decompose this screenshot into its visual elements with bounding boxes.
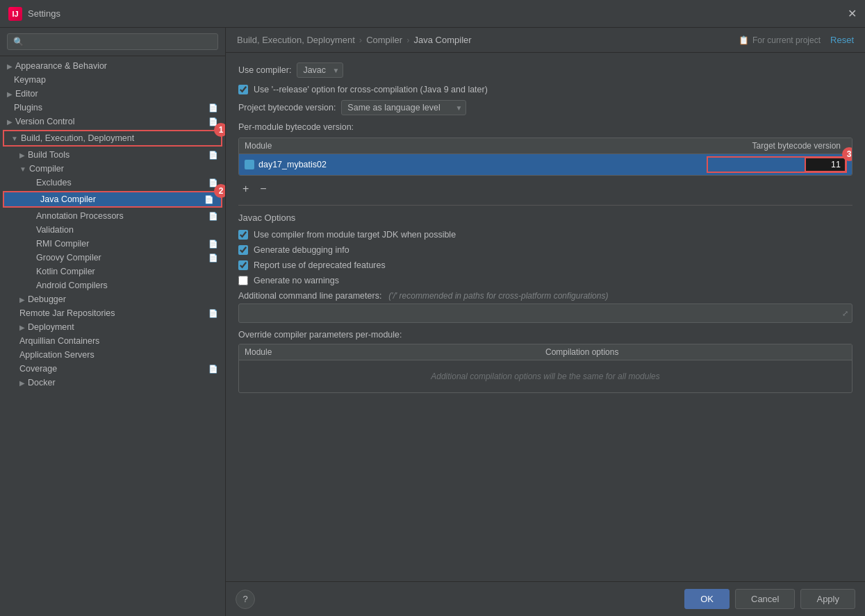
- sidebar-item-label: Editor: [15, 89, 38, 99]
- option-use-module-jdk: Use compiler from module target JDK when…: [238, 230, 852, 240]
- sidebar-item-build-execution[interactable]: ▼ Build, Execution, Deployment: [4, 131, 221, 145]
- sidebar-item-keymap[interactable]: Keymap: [0, 73, 225, 87]
- reset-link[interactable]: Reset: [830, 35, 854, 45]
- expand-arrow: ▶: [7, 90, 13, 98]
- doc-icon: 📄: [208, 212, 218, 221]
- bottom-bar: ? OK Cancel Apply: [226, 581, 865, 616]
- version-input[interactable]: [805, 157, 846, 172]
- gen-no-warnings-checkbox[interactable]: [238, 276, 248, 285]
- override-table: Module Compilation options Additional co…: [238, 344, 852, 393]
- ok-button[interactable]: OK: [684, 589, 730, 609]
- project-label: 📋 For current project: [739, 35, 821, 45]
- search-box: [0, 28, 225, 56]
- cmdline-label: Additional command line parameters:: [238, 291, 381, 301]
- sidebar-item-editor[interactable]: ▶ Editor: [0, 87, 225, 101]
- expand-icon: ⤢: [842, 309, 848, 318]
- sidebar-item-deployment[interactable]: ▶ Deployment: [0, 320, 225, 334]
- col-version-header: Target bytecode version: [707, 141, 846, 151]
- nav-tree: ▶ Appearance & Behavior Keymap ▶ Editor …: [0, 56, 225, 616]
- sidebar-item-label: Arquillian Containers: [19, 336, 99, 346]
- sidebar-item-label: Annotation Processors: [36, 211, 124, 221]
- breadcrumb: Build, Execution, Deployment › Compiler …: [226, 28, 865, 53]
- sidebar-item-app-servers[interactable]: Application Servers: [0, 348, 225, 362]
- sidebar-item-label: Kotlin Compiler: [36, 267, 95, 276]
- sidebar-item-label: Docker: [28, 378, 56, 388]
- search-input[interactable]: [7, 33, 218, 50]
- compiler-dropdown[interactable]: Javac: [297, 63, 343, 78]
- close-button[interactable]: ✕: [848, 7, 857, 20]
- override-empty-message: Additional compilation options will be t…: [239, 360, 852, 392]
- table-row[interactable]: day17_mybatis02 3: [239, 154, 852, 175]
- apply-button[interactable]: Apply: [800, 589, 855, 609]
- javac-options-title: Javac Options: [238, 213, 852, 223]
- annotation-1: 1: [214, 123, 226, 137]
- sidebar-item-label: Coverage: [19, 364, 57, 374]
- doc-icon: 📄: [208, 253, 218, 263]
- expand-arrow: ▶: [19, 296, 25, 303]
- breadcrumb-part-1: Build, Execution, Deployment: [237, 35, 355, 45]
- sidebar-item-remote-jar[interactable]: Remote Jar Repositories 📄: [0, 306, 225, 320]
- col-module-header: Module: [245, 141, 707, 151]
- sidebar-item-label: Appearance & Behavior: [15, 61, 107, 71]
- doc-icon: 📄: [208, 309, 218, 318]
- module-icon: [245, 160, 254, 169]
- bytecode-version-wrapper: Same as language level ▼: [341, 100, 466, 115]
- sidebar-item-label: Build Tools: [28, 150, 69, 160]
- sidebar-item-label: Compiler: [29, 164, 64, 174]
- cmdline-input-wrapper: ⤢: [238, 303, 852, 323]
- doc-icon: 📄: [208, 151, 218, 160]
- report-deprecated-checkbox[interactable]: [238, 260, 248, 270]
- sidebar-item-label: Groovy Compiler: [36, 253, 101, 263]
- release-option-row: Use '--release' option for cross-compila…: [238, 85, 852, 94]
- sidebar-item-debugger[interactable]: ▶ Debugger: [0, 292, 225, 306]
- cmdline-section: Additional command line parameters: ('/'…: [238, 291, 852, 323]
- sidebar-item-excludes[interactable]: Excludes 📄: [0, 176, 225, 190]
- settings-window: IJ Settings ✕ ▶ Appearance & Behavior Ke…: [0, 0, 865, 616]
- per-module-label: Per-module bytecode version:: [238, 122, 852, 132]
- sidebar-item-rmi-compiler[interactable]: RMI Compiler 📄: [0, 237, 225, 251]
- table-actions: + −: [238, 181, 852, 197]
- expand-arrow: ▼: [19, 165, 26, 173]
- doc-icon: 📄: [208, 103, 218, 113]
- use-module-jdk-checkbox[interactable]: [238, 230, 248, 240]
- option-gen-no-warnings: Generate no warnings: [238, 276, 852, 285]
- sidebar: ▶ Appearance & Behavior Keymap ▶ Editor …: [0, 28, 226, 616]
- sidebar-item-arquillian[interactable]: Arquillian Containers: [0, 334, 225, 348]
- sidebar-item-validation[interactable]: Validation: [0, 223, 225, 237]
- sidebar-item-annotation-processors[interactable]: Annotation Processors 📄: [0, 209, 225, 223]
- sidebar-item-label: Plugins: [14, 103, 42, 113]
- sidebar-item-label: Version Control: [15, 117, 74, 126]
- sidebar-item-version-control[interactable]: ▶ Version Control 📄: [0, 115, 225, 128]
- app-icon: IJ: [8, 7, 22, 21]
- bytecode-version-dropdown[interactable]: Same as language level: [341, 100, 466, 115]
- cmdline-input[interactable]: [238, 303, 852, 323]
- sidebar-item-compiler[interactable]: ▼ Compiler: [0, 162, 225, 176]
- override-col-module: Module: [245, 347, 545, 357]
- release-option-checkbox[interactable]: [238, 85, 248, 94]
- override-section: Override compiler parameters per-module:…: [238, 330, 852, 393]
- main-content: Use compiler: Javac ▼ Use '--release' op…: [226, 53, 865, 581]
- sidebar-item-build-tools[interactable]: ▶ Build Tools 📄: [0, 148, 225, 162]
- sidebar-item-groovy-compiler[interactable]: Groovy Compiler 📄: [0, 251, 225, 265]
- sidebar-item-appearance[interactable]: ▶ Appearance & Behavior: [0, 59, 225, 73]
- sidebar-item-java-compiler[interactable]: Java Compiler 📄: [4, 192, 221, 206]
- override-col-compilation: Compilation options: [545, 347, 846, 357]
- project-bytecode-label: Project bytecode version:: [238, 103, 336, 113]
- help-button[interactable]: ?: [236, 590, 255, 609]
- add-module-button[interactable]: +: [238, 181, 253, 197]
- sidebar-item-coverage[interactable]: Coverage 📄: [0, 362, 225, 376]
- compiler-dropdown-wrapper: Javac ▼: [297, 63, 343, 78]
- sidebar-item-android-compilers[interactable]: Android Compilers: [0, 278, 225, 292]
- sidebar-item-label: Android Compilers: [36, 281, 108, 290]
- sidebar-item-kotlin-compiler[interactable]: Kotlin Compiler: [0, 265, 225, 278]
- expand-arrow: ▶: [7, 118, 13, 126]
- expand-arrow: ▶: [19, 324, 25, 331]
- sidebar-item-label: Validation: [36, 225, 74, 235]
- expand-arrow: ▶: [7, 63, 13, 70]
- cancel-button[interactable]: Cancel: [735, 589, 795, 609]
- gen-debug-checkbox[interactable]: [238, 245, 248, 255]
- sidebar-item-plugins[interactable]: Plugins 📄: [0, 101, 225, 115]
- remove-module-button[interactable]: −: [256, 181, 270, 197]
- report-deprecated-label: Report use of deprecated features: [254, 260, 386, 270]
- sidebar-item-docker[interactable]: ▶ Docker: [0, 376, 225, 390]
